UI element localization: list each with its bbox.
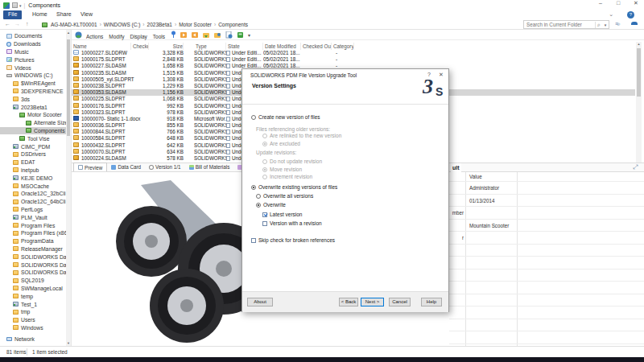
file-row[interactable]: 10000175.SLDPRT2,848 KBSOLIDWORKS...Unde… — [72, 56, 635, 63]
checkbox-control[interactable] — [262, 212, 267, 217]
dialog-radio-do-not-update-revision[interactable]: Do not update revision — [262, 158, 322, 164]
tree-item-users[interactable]: Users — [0, 316, 66, 324]
column-header-date-modified[interactable]: Date Modified — [263, 43, 301, 50]
pin-icon[interactable] — [171, 27, 176, 42]
dialog-radio-increment-revision[interactable]: Increment revision — [262, 174, 312, 179]
tab-fragment[interactable]: ult — [451, 163, 461, 172]
breadcrumb-segment[interactable]: Motor Scooter — [179, 22, 212, 27]
tree-item-videos[interactable]: Videos — [0, 64, 66, 72]
up-button[interactable]: ↑ — [26, 21, 29, 27]
search-icon[interactable]: ⌕ — [595, 22, 602, 28]
pdm-menu-display[interactable]: Display — [130, 34, 147, 39]
quick-access-caret-icon[interactable]: ▾ — [19, 3, 22, 8]
tree-item-downloads[interactable]: Downloads — [0, 40, 66, 48]
toolbar-overflow-icon[interactable]: ▾ — [248, 32, 250, 38]
tree-item-windows-c-[interactable]: WINDOWS (C:) — [0, 72, 66, 80]
check-in-icon[interactable] — [192, 27, 199, 42]
user-icon[interactable] — [631, 21, 638, 28]
tree-item-solidworks-data-3-[interactable]: SOLIDWORKS Data (3) — [0, 269, 66, 277]
expand-preview-icon[interactable]: ⤢ — [633, 163, 638, 171]
check-out-icon[interactable] — [180, 27, 188, 42]
dialog-radio-overwrite-all-versions[interactable]: Overwrite all versions — [256, 193, 313, 199]
checkbox-control[interactable] — [262, 221, 267, 226]
ribbon-collapse-icon[interactable]: ⌄ — [609, 11, 613, 18]
radio-control[interactable] — [262, 167, 267, 172]
dialog-button-next-[interactable]: Next > — [361, 298, 384, 306]
search-caret-icon[interactable]: ▾ — [602, 23, 609, 27]
tree-item-perflogs[interactable]: PerfLogs — [0, 206, 66, 214]
dialog-button-help[interactable]: Help — [421, 298, 442, 306]
tree-item-plm-vault[interactable]: PLM_Vault — [0, 213, 66, 221]
file-row[interactable]: 10000227.SLDDRW3,328 KBSOLIDWORKS...Unde… — [72, 50, 635, 56]
tree-item-inetpub[interactable]: inetpub — [0, 167, 66, 175]
tree-item-edat[interactable]: EDAT — [0, 158, 66, 167]
panel-tab-data-card[interactable]: Data Card — [107, 162, 145, 171]
search-options-icon[interactable]: ≡⌕ — [615, 21, 620, 27]
column-header-type[interactable]: Type — [194, 43, 226, 50]
tree-item-components[interactable]: Components — [0, 127, 66, 135]
column-header-checked-out-in[interactable]: Checked Out In — [301, 43, 332, 50]
radio-control[interactable] — [262, 159, 267, 164]
quick-access-icon[interactable] — [12, 2, 18, 8]
breadcrumb-segment[interactable]: 2023Beta1 — [147, 22, 172, 27]
column-header-category[interactable]: Category — [332, 43, 354, 50]
tree-item-music[interactable]: Music — [0, 48, 66, 56]
tree-item-msocache[interactable]: MSOCache — [0, 182, 66, 190]
tree-item-dsdrivers[interactable]: DSDrivers — [0, 150, 66, 158]
panel-tab-preview[interactable]: Preview — [73, 162, 107, 171]
dialog-button--back[interactable]: < Back — [339, 298, 358, 306]
breadcrumb-segment[interactable]: AG-MAD-KLT00001 — [51, 22, 97, 27]
tree-item-sql2019[interactable]: SQL2019 — [0, 277, 66, 285]
tree-item-3ds[interactable]: 3ds — [0, 95, 66, 103]
column-header-state[interactable]: State — [226, 43, 263, 50]
vault-home-icon[interactable] — [75, 27, 82, 42]
tree-item-swmanagelocal[interactable]: SWManageLocal — [0, 285, 66, 293]
dialog-checkbox-latest-version[interactable]: Latest version — [262, 212, 302, 217]
tab-home[interactable]: Home — [27, 10, 52, 19]
tree-item-cimc-pdm[interactable]: CIMC_PDM — [0, 142, 66, 150]
tree-item-keje-demo[interactable]: KEJE DEMO — [0, 174, 66, 182]
vault-view-icon[interactable] — [237, 27, 244, 42]
search-input[interactable] — [524, 22, 595, 27]
tree-item-releasemanager[interactable]: ReleaseManager — [0, 245, 66, 253]
column-header-checked-out-by[interactable]: Checked Out By — [131, 43, 149, 50]
tree-item-solidworks-data-2-[interactable]: SOLIDWORKS Data (2) — [0, 261, 66, 269]
tree-item-temp[interactable]: temp — [0, 292, 66, 300]
forward-button[interactable]: → — [14, 21, 20, 27]
scroll-up-icon[interactable]: ▲ — [636, 42, 642, 46]
dialog-radio-create-new-version-of-files[interactable]: Create new version of files — [251, 114, 320, 120]
tree-item-program-files[interactable]: Program Files — [0, 221, 66, 229]
back-button[interactable]: ← — [5, 21, 10, 27]
dialog-button-about[interactable]: About — [247, 298, 273, 306]
tree-item-pictures[interactable]: Pictures — [0, 56, 66, 64]
dialog-radio-overwrite[interactable]: Overwrite — [256, 202, 286, 208]
tree-item-programdata[interactable]: ProgramData — [0, 237, 66, 245]
scrollbar-thumb[interactable] — [637, 48, 641, 97]
radio-control[interactable] — [262, 175, 267, 179]
tree-item-program-files-x86-[interactable]: Program Files (x86) — [0, 229, 66, 237]
dialog-radio-move-revision[interactable]: Move revision — [262, 167, 302, 172]
radio-control[interactable] — [262, 142, 267, 146]
checkbox-control[interactable] — [251, 238, 256, 243]
radio-control[interactable] — [251, 185, 256, 190]
tree-item-network[interactable]: Network — [0, 335, 66, 343]
column-header-size[interactable]: Size — [149, 43, 184, 50]
minimize-button[interactable]: – — [596, 0, 605, 6]
file-list-header[interactable]: NameChecked Out BySizeTypeStateDate Modi… — [72, 42, 434, 50]
dialog-radio-overwrite-existing-versions-of-files[interactable]: Overwrite existing versions of files — [251, 184, 337, 190]
breadcrumb-segment[interactable]: Components — [218, 22, 248, 27]
radio-control[interactable] — [256, 194, 261, 199]
tree-item--winreagent[interactable]: $WinREAgent — [0, 80, 66, 88]
tree-item-tmp[interactable]: tmp — [0, 308, 66, 316]
tree-item-motor-scooter[interactable]: Motor Scooter — [0, 111, 66, 119]
maximize-button[interactable]: □ — [613, 0, 623, 6]
get-version-icon[interactable] — [214, 27, 221, 42]
tree-item-documents[interactable]: Documents — [0, 32, 66, 40]
breadcrumb-segment[interactable]: WINDOWS (C:) — [104, 22, 141, 27]
help-icon[interactable]: ? — [627, 11, 634, 19]
breadcrumb[interactable]: AG-MAD-KLT00001›WINDOWS (C:)›2023Beta1›M… — [51, 22, 248, 27]
panel-tab-version-1-1[interactable]: Version 1/1 — [145, 162, 185, 171]
dialog-radio-are-excluded[interactable]: Are excluded — [262, 141, 300, 146]
tree-item-oracle12c-32bcli[interactable]: Oracle12C_32bCli — [0, 190, 66, 198]
dialog-button-cancel[interactable]: Cancel — [389, 298, 411, 306]
